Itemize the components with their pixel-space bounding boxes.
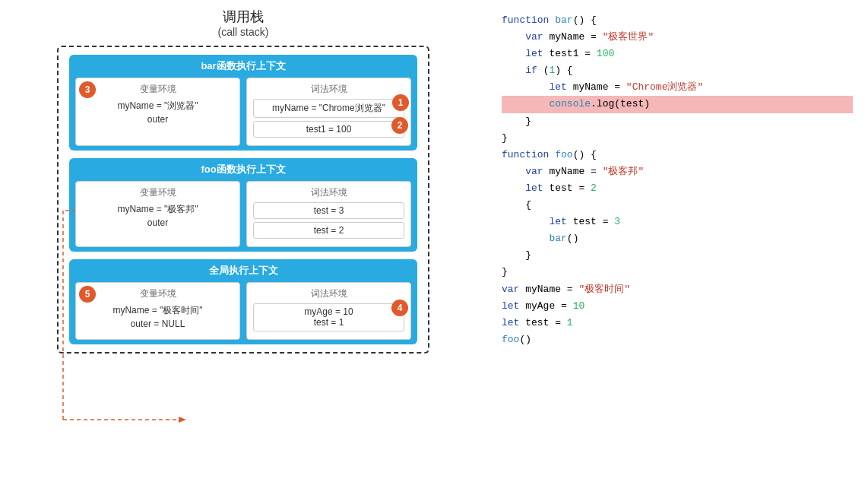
svg-marker-3 — [179, 417, 186, 423]
foo-lex-label: 词法环境 — [253, 186, 404, 199]
global-lex-label: 词法环境 — [253, 287, 404, 300]
code-line-11: let test = 2 — [502, 180, 853, 197]
code-panel: function bar() { var myName = "极客世界" let… — [486, 0, 868, 482]
bar-context-title: bar函数执行上下文 — [75, 59, 411, 73]
foo-lex-item-1: test = 3 — [253, 202, 404, 219]
bar-var-label: 变量环境 — [82, 83, 233, 96]
code-line-19: let test = 1 — [502, 315, 853, 331]
badge-4: 4 — [391, 300, 408, 316]
code-line-17: var myName = "极客时间" — [502, 281, 853, 298]
bar-lex-label: 词法环境 — [253, 83, 404, 96]
badge-2: 2 — [391, 117, 408, 134]
global-var-content: myName = "极客时间"outer = NULL — [82, 303, 233, 331]
title-area: 调用栈 (call stack) — [218, 8, 269, 38]
code-line-16: } — [502, 264, 853, 281]
code-line-6: console.log(test) — [502, 96, 853, 113]
foo-lex-env: 词法环境 test = 3 test = 2 — [246, 181, 411, 247]
code-line-15: } — [502, 247, 853, 264]
code-line-1: function bar() { — [502, 12, 853, 29]
global-exec-body: 5 变量环境 myName = "极客时间"outer = NULL 词法环境 … — [75, 282, 411, 340]
title-zh: 调用栈 — [218, 8, 269, 26]
code-line-3: let test1 = 100 — [502, 46, 853, 62]
foo-context-title: foo函数执行上下文 — [75, 163, 411, 176]
bar-lex-env: 词法环境 myName = "Chrome浏览器" 1 test1 = 100 … — [246, 78, 411, 146]
foo-lex-item-2: test = 2 — [253, 222, 404, 239]
title-en: (call stack) — [218, 26, 269, 38]
code-line-12: { — [502, 197, 853, 214]
global-var-label: 变量环境 — [82, 287, 233, 300]
foo-var-label: 变量环境 — [82, 186, 233, 199]
bar-exec-body: 3 变量环境 myName = "浏览器"outer 词法环境 myName =… — [75, 78, 411, 146]
code-line-2: var myName = "极客世界" — [502, 29, 853, 46]
code-line-8: } — [502, 130, 853, 147]
code-line-5: let myName = "Chrome浏览器" — [502, 79, 853, 96]
foo-var-content: myName = "极客邦"outer — [82, 202, 233, 230]
badge-5: 5 — [79, 286, 96, 303]
global-var-env: 5 变量环境 myName = "极客时间"outer = NULL — [75, 282, 240, 340]
foo-exec-body: 变量环境 myName = "极客邦"outer 词法环境 test = 3 t… — [75, 181, 411, 247]
global-context-title: 全局执行上下文 — [75, 264, 411, 277]
code-line-4: if (1) { — [502, 62, 853, 79]
code-line-20: foo() — [502, 331, 853, 348]
bar-lex-item-2: test1 = 100 2 — [253, 121, 404, 138]
bar-context: bar函数执行上下文 3 变量环境 myName = "浏览器"outer 词法… — [69, 55, 417, 151]
badge-3: 3 — [79, 81, 96, 98]
code-line-18: let myAge = 10 — [502, 298, 853, 315]
code-block: function bar() { var myName = "极客世界" let… — [502, 12, 853, 348]
bar-lex-item-1: myName = "Chrome浏览器" 1 — [253, 99, 404, 118]
bar-var-content: myName = "浏览器"outer — [82, 99, 233, 126]
global-lex-env: 词法环境 myAge = 10test = 1 4 — [246, 282, 411, 340]
code-line-10: var myName = "极客邦" — [502, 163, 853, 180]
foo-var-env: 变量环境 myName = "极客邦"outer — [75, 181, 240, 247]
code-line-13: let test = 3 — [502, 214, 853, 230]
code-line-9: function foo() { — [502, 147, 853, 163]
left-panel: 调用栈 (call stack) bar函数执行上下文 3 变量环境 myNam… — [0, 0, 486, 482]
bar-var-env: 3 变量环境 myName = "浏览器"outer — [75, 78, 240, 146]
code-line-14: bar() — [502, 230, 853, 247]
badge-1: 1 — [392, 94, 409, 111]
foo-context: foo函数执行上下文 变量环境 myName = "极客邦"outer 词法环境… — [69, 158, 417, 252]
call-stack-container: bar函数执行上下文 3 变量环境 myName = "浏览器"outer 词法… — [57, 46, 429, 354]
code-line-7: } — [502, 113, 853, 130]
global-context: 全局执行上下文 5 变量环境 myName = "极客时间"outer = NU… — [69, 259, 417, 344]
global-lex-item-1: myAge = 10test = 1 4 — [253, 303, 404, 331]
